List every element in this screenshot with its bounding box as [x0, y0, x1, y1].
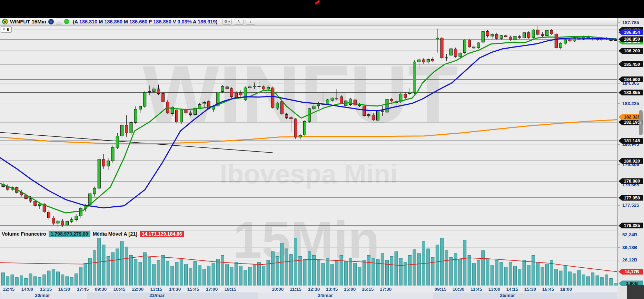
- volume-indicator-header: Volume Financeiro 1.798.970.279,00 Média…: [2, 230, 184, 237]
- level-price-tag: 181.145: [618, 138, 643, 144]
- time-tick-label: 09:15: [430, 287, 451, 292]
- date-section: [258, 292, 433, 299]
- level-price-tag: 183.855: [618, 90, 643, 95]
- chevron-left-icon: ‹: [640, 120, 642, 125]
- level-price-tag: 177.950: [618, 195, 643, 201]
- volume-tick-label: 52,24B: [622, 232, 637, 237]
- panel-expand-handle[interactable]: ‹: [639, 110, 643, 135]
- time-tick-label: 10:45: [109, 287, 130, 292]
- level-price-tag: 178.880: [618, 178, 643, 184]
- triangle-down-icon: ▼: [2, 28, 6, 31]
- b3-icon[interactable]: ≡: [48, 19, 54, 24]
- axis-tick-mark: [618, 205, 620, 206]
- date-label: 20/mar: [30, 293, 55, 298]
- axis-tick-mark: [618, 235, 620, 235]
- time-tick-label: 12:30: [304, 287, 324, 292]
- pan-mode-button[interactable]: ↖: [234, 19, 244, 25]
- volume-ma-label: Média Móvel A [21]: [93, 231, 137, 237]
- axis-tick-mark: [618, 247, 620, 248]
- date-label: 25/mar: [495, 293, 519, 298]
- indicator-count: 6: [7, 27, 9, 32]
- time-tick-label: 11:15: [285, 287, 306, 292]
- axis-tick-mark: [618, 83, 620, 84]
- time-tick-label: 15:45: [183, 287, 204, 292]
- time-tick-label: 17:45: [72, 287, 93, 292]
- time-tick-label: 15:30: [520, 287, 541, 292]
- price-tick-label: 177.525: [622, 203, 639, 208]
- time-tick-label: 11:45: [466, 287, 487, 292]
- level-price-tag: 185.450: [618, 61, 643, 67]
- svg-text:WINFUT: WINFUT: [142, 49, 458, 140]
- date-section: [433, 292, 617, 299]
- date-section: [87, 292, 258, 299]
- axis-tick-mark: [618, 260, 620, 260]
- time-tick-label: 18:15: [220, 287, 241, 292]
- volume-value-badge: 1.798.970.279,00: [49, 231, 90, 237]
- level-price-tag: 184.600: [618, 76, 643, 82]
- symbol-title: WINFUT 15Min: [10, 19, 46, 24]
- time-tick-label: 13:45: [321, 287, 342, 292]
- time-tick-label: 14:00: [17, 287, 38, 292]
- time-tick-label: 16:45: [538, 287, 558, 292]
- time-tick-label: 15:15: [36, 287, 56, 292]
- level-price-tag: 186.200: [618, 48, 643, 54]
- time-tick-label: 09:30: [90, 287, 111, 292]
- time-tick-label: 14:15: [502, 287, 523, 292]
- price-tick-label: 183.225: [622, 101, 639, 106]
- time-tick-label: 10:00: [267, 287, 288, 292]
- corner-resize-area: [627, 285, 644, 299]
- date-label: 23/mar: [145, 293, 169, 298]
- svg-text:Ibovespa Mini: Ibovespa Mini: [220, 159, 398, 189]
- time-tick-label: 14:30: [165, 287, 185, 292]
- axis-tick-mark: [618, 144, 620, 145]
- collapse-button[interactable]: –: [56, 19, 62, 24]
- volume-indicator-label: Volume Financeiro: [2, 231, 46, 237]
- status-dot-icon: [64, 19, 69, 24]
- axis-tick-mark: [618, 185, 620, 185]
- time-tick-label: 17:00: [201, 287, 222, 292]
- volume-tick-label: 39,18B: [622, 245, 637, 250]
- window-top-bar: [0, 0, 644, 18]
- time-tick-label: 17:30: [375, 287, 396, 292]
- indicator-collapse-tab[interactable]: ▼ 6: [1, 26, 12, 33]
- time-tick-label: 10:30: [448, 287, 469, 292]
- axis-tick-mark: [618, 22, 620, 23]
- time-tick-label: 13:15: [146, 287, 167, 292]
- volume-ma-value-badge: 14.171.129.184,86: [140, 231, 184, 237]
- chart-toolbar: WINFUT 15Min ≡ – (A 186.810 M 186.850 M …: [0, 18, 617, 25]
- tools-button[interactable]: ⚙▾: [222, 19, 232, 25]
- time-axis[interactable]: 20/mar23/mar24/mar25/mar12:4514:0015:151…: [0, 286, 617, 299]
- time-tick-label: 16:30: [54, 287, 75, 292]
- zoom-in-button[interactable]: +: [246, 19, 255, 25]
- time-tick-label: 15:00: [339, 287, 360, 292]
- time-tick-label: 18:00: [556, 287, 576, 292]
- volume-ma-tag: 14,17B: [618, 269, 643, 275]
- ma-blue-price-tag: 186.854: [618, 29, 643, 35]
- caret-down-icon: ▾: [228, 19, 230, 24]
- axis-tick-mark: [618, 124, 620, 124]
- volume-tick-label: 26,12B: [622, 257, 637, 262]
- brazil-flag-icon: [2, 19, 8, 24]
- level-price-tag: 180.020: [618, 158, 643, 164]
- price-axis[interactable]: 187.785184.365183.225182.085180.945179.8…: [617, 18, 644, 286]
- wrench-icon: ⚙: [224, 19, 228, 24]
- time-tick-label: 16:15: [357, 287, 378, 292]
- time-tick-label: 12:45: [0, 287, 19, 292]
- chart-canvas[interactable]: WINFUTIbovespa Mini15Min: [0, 0, 617, 299]
- date-label: 24/mar: [313, 293, 337, 298]
- axis-tick-mark: [618, 164, 620, 165]
- level-price-tag: 186.850: [618, 36, 643, 42]
- time-tick-label: 13:00: [484, 287, 505, 292]
- quote-string: (A 186.810 M 186.850 M 186.660 F 186.850…: [73, 19, 217, 24]
- axis-tick-mark: [618, 103, 620, 104]
- red-cursor-mark: [315, 0, 320, 5]
- time-tick-label: 12:00: [127, 287, 148, 292]
- price-tick-label: 187.785: [622, 20, 639, 25]
- level-price-tag: 176.385: [618, 223, 643, 228]
